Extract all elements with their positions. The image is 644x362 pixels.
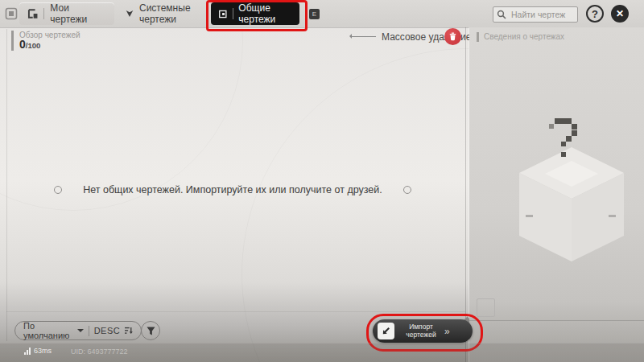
slot-square: [477, 298, 495, 317]
chevrons-icon: »: [444, 326, 449, 337]
section-marker: [477, 32, 479, 42]
filter-button[interactable]: [141, 321, 160, 340]
tab-shared-blueprints[interactable]: Общие чертежи: [211, 2, 299, 25]
tab-my-blueprints[interactable]: Мои чертежи: [19, 2, 114, 25]
ring-icon: [54, 186, 62, 194]
top-tab-bar: Мои чертежи Системные чертежи Общие черт…: [0, 0, 644, 28]
tab-label: Общие чертежи: [238, 2, 291, 25]
tab-separator: [43, 8, 44, 19]
main-bottom-line: [6, 311, 465, 312]
tab-label: Мои чертежи: [50, 2, 106, 25]
import-arrow-icon: [378, 323, 394, 339]
empty-message: Нет общих чертежей. Импортируйте их или …: [83, 184, 382, 195]
details-title: Сведения о чертежах: [484, 32, 564, 42]
sort-dropdown[interactable]: По умолчанию DESC: [14, 321, 142, 340]
search-box: [493, 6, 578, 23]
question-cube-placeholder: [507, 117, 636, 269]
window-grid-icon: [5, 7, 18, 20]
caret-down-icon: [77, 329, 84, 335]
search-icon: [497, 10, 506, 19]
funnel-icon: [147, 327, 155, 335]
ping-value: 63ms: [34, 347, 52, 355]
frame-dot-icon: [219, 9, 227, 19]
overview-count: 0: [19, 38, 26, 51]
section-marker: [11, 31, 14, 51]
tab-label: Системные чертежи: [139, 2, 200, 25]
help-button[interactable]: ?: [586, 5, 604, 23]
overview-total: /100: [26, 41, 41, 50]
details-divider-line: [469, 320, 644, 321]
help-glyph: ?: [592, 8, 598, 20]
tab-separator: [233, 8, 233, 19]
blueprint-icon: [27, 8, 38, 19]
details-panel: Сведения о чертежах: [469, 27, 644, 362]
import-blueprint-button[interactable]: Импорт чертежей »: [373, 319, 473, 343]
signal-bars-icon: [24, 348, 31, 355]
emblem-icon: [126, 8, 134, 19]
close-button[interactable]: ✕: [611, 5, 629, 23]
ping-status: 63ms: [24, 347, 52, 355]
sort-order: DESC: [94, 326, 121, 335]
tab-system-blueprints[interactable]: Системные чертежи: [118, 2, 208, 25]
uid-label: UID: 6493777722: [71, 348, 128, 356]
pill-separator: [89, 326, 89, 336]
sort-label: По умолчанию: [23, 321, 72, 340]
key-hint: E: [309, 9, 320, 19]
sort-desc-icon: [125, 326, 133, 335]
blueprint-screen: Мои чертежи Системные чертежи Общие черт…: [0, 0, 644, 362]
close-icon: ✕: [616, 8, 624, 19]
empty-state: Нет общих чертежей. Импортируйте их или …: [0, 184, 465, 195]
overview-title: Обзор чертежей: [19, 31, 80, 39]
blueprint-overview: Обзор чертежей 0/100: [11, 31, 80, 51]
pointer-arrow: [352, 36, 376, 37]
ring-icon: [403, 186, 411, 194]
mass-delete-button[interactable]: [444, 28, 461, 45]
panel-divider: [465, 27, 466, 362]
import-label-line2: чертежей: [399, 331, 443, 339]
trash-icon: [448, 32, 457, 41]
